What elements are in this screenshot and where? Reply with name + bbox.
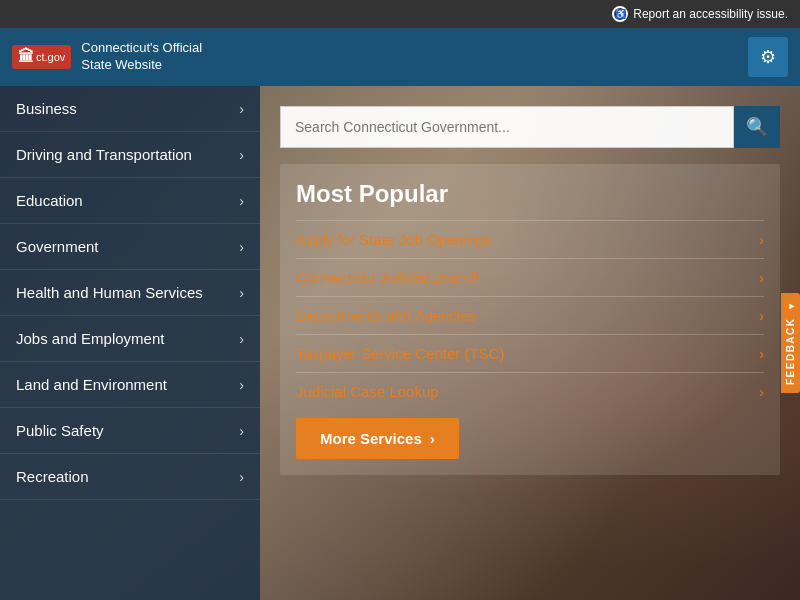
site-name: Connecticut's Official State Website xyxy=(81,40,202,74)
ct-icon: 🏛 xyxy=(18,48,34,66)
sidebar-label-jobs: Jobs and Employment xyxy=(16,330,164,347)
popular-item-label-3: Taxpayer Service Center (TSC) xyxy=(296,345,504,362)
more-services-label: More Services xyxy=(320,430,422,447)
feedback-tab[interactable]: FEEDBACK ◂ xyxy=(781,293,800,393)
popular-item-label-1: Connecticut Judicial Branch xyxy=(296,269,481,286)
search-button[interactable]: 🔍 xyxy=(734,106,780,148)
chevron-icon: › xyxy=(239,147,244,163)
feedback-arrow-icon: ◂ xyxy=(785,301,796,314)
chevron-icon: › xyxy=(239,101,244,117)
accessibility-icon: ♿ xyxy=(612,6,628,22)
popular-item-3[interactable]: Taxpayer Service Center (TSC) › xyxy=(296,334,764,372)
sidebar-item-health[interactable]: Health and Human Services › xyxy=(0,270,260,316)
accessibility-bar: ♿ Report an accessibility issue. xyxy=(0,0,800,28)
gear-icon: ⚙ xyxy=(760,46,776,68)
arrow-icon: › xyxy=(759,346,764,362)
search-bar: 🔍 xyxy=(280,106,780,148)
popular-item-label-4: Judicial Case Lookup xyxy=(296,383,439,400)
popular-item-4[interactable]: Judicial Case Lookup › xyxy=(296,372,764,410)
sidebar-label-land: Land and Environment xyxy=(16,376,167,393)
sidebar-label-government: Government xyxy=(16,238,99,255)
main-content: Business › Driving and Transportation › … xyxy=(0,86,800,600)
site-name-line1: Connecticut's Official xyxy=(81,40,202,57)
logo-area: 🏛 ct.gov Connecticut's Official State We… xyxy=(12,40,202,74)
most-popular-section: Most Popular Apply for State Job Opening… xyxy=(280,164,780,475)
chevron-icon: › xyxy=(239,193,244,209)
sidebar-item-recreation[interactable]: Recreation › xyxy=(0,454,260,500)
sidebar-label-business: Business xyxy=(16,100,77,117)
ct-logo: 🏛 ct.gov xyxy=(12,45,71,69)
more-services-arrow-icon: › xyxy=(430,430,435,447)
content-panel: 🔍 Most Popular Apply for State Job Openi… xyxy=(260,86,800,600)
sidebar-item-land[interactable]: Land and Environment › xyxy=(0,362,260,408)
popular-item-1[interactable]: Connecticut Judicial Branch › xyxy=(296,258,764,296)
popular-item-label-2: Departments and Agencies xyxy=(296,307,476,324)
chevron-icon: › xyxy=(239,377,244,393)
feedback-wrapper: FEEDBACK ◂ xyxy=(781,293,800,393)
arrow-icon: › xyxy=(759,270,764,286)
sidebar-label-health: Health and Human Services xyxy=(16,284,203,301)
search-icon: 🔍 xyxy=(746,116,768,138)
sidebar-item-jobs[interactable]: Jobs and Employment › xyxy=(0,316,260,362)
arrow-icon: › xyxy=(759,232,764,248)
gov-label: ct.gov xyxy=(36,51,65,63)
sidebar-label-safety: Public Safety xyxy=(16,422,104,439)
search-input[interactable] xyxy=(280,106,734,148)
feedback-label: FEEDBACK xyxy=(785,317,796,385)
most-popular-title: Most Popular xyxy=(296,180,764,208)
chevron-icon: › xyxy=(239,331,244,347)
sidebar-nav: Business › Driving and Transportation › … xyxy=(0,86,260,600)
chevron-icon: › xyxy=(239,423,244,439)
more-services-button[interactable]: More Services › xyxy=(296,418,459,459)
chevron-icon: › xyxy=(239,239,244,255)
sidebar-item-safety[interactable]: Public Safety › xyxy=(0,408,260,454)
sidebar-label-recreation: Recreation xyxy=(16,468,89,485)
sidebar-item-business[interactable]: Business › xyxy=(0,86,260,132)
popular-item-0[interactable]: Apply for State Job Openings › xyxy=(296,220,764,258)
sidebar-item-driving[interactable]: Driving and Transportation › xyxy=(0,132,260,178)
sidebar-label-education: Education xyxy=(16,192,83,209)
popular-item-label-0: Apply for State Job Openings xyxy=(296,231,491,248)
sidebar-item-education[interactable]: Education › xyxy=(0,178,260,224)
site-name-line2: State Website xyxy=(81,57,202,74)
accessibility-text: Report an accessibility issue. xyxy=(633,7,788,21)
sidebar-item-government[interactable]: Government › xyxy=(0,224,260,270)
site-header: 🏛 ct.gov Connecticut's Official State We… xyxy=(0,28,800,86)
settings-button[interactable]: ⚙ xyxy=(748,37,788,77)
chevron-icon: › xyxy=(239,285,244,301)
popular-item-2[interactable]: Departments and Agencies › xyxy=(296,296,764,334)
sidebar-label-driving: Driving and Transportation xyxy=(16,146,192,163)
arrow-icon: › xyxy=(759,384,764,400)
chevron-icon: › xyxy=(239,469,244,485)
accessibility-link[interactable]: ♿ Report an accessibility issue. xyxy=(612,6,788,22)
arrow-icon: › xyxy=(759,308,764,324)
